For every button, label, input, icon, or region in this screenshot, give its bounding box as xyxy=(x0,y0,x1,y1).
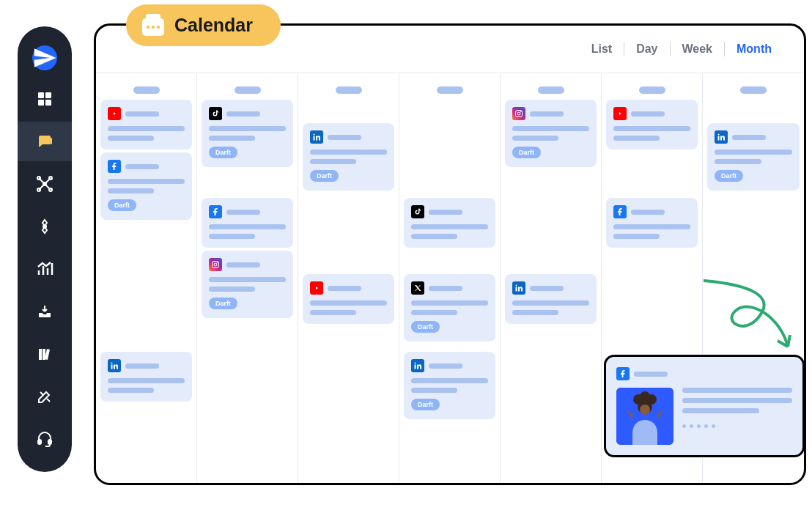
svg-point-20 xyxy=(214,263,217,266)
youtube-icon xyxy=(310,281,323,295)
page-title: Calendar xyxy=(174,15,253,36)
view-toggle: ListDayWeekMonth xyxy=(580,42,783,56)
svg-rect-29 xyxy=(516,287,517,292)
svg-rect-3 xyxy=(45,100,51,106)
draft-badge: Darft xyxy=(209,147,237,158)
day-header-placeholder xyxy=(336,86,362,94)
tiktok-icon xyxy=(209,107,222,120)
sidebar-item-conversations[interactable] xyxy=(18,122,72,161)
svg-point-18 xyxy=(111,363,113,364)
post-card[interactable] xyxy=(202,198,293,248)
draft-badge: Darft xyxy=(512,147,541,158)
post-card[interactable] xyxy=(606,100,698,150)
svg-point-38 xyxy=(640,391,650,402)
post-card[interactable] xyxy=(404,198,495,248)
sidebar-item-target[interactable] xyxy=(18,207,72,246)
draft-badge: Darft xyxy=(209,298,237,309)
svg-point-27 xyxy=(517,112,520,115)
calendar-column: Darft xyxy=(501,73,602,483)
day-header-placeholder xyxy=(538,86,564,94)
facebook-icon xyxy=(613,205,627,218)
instagram-icon xyxy=(209,258,222,271)
sidebar xyxy=(18,26,72,472)
svg-point-12 xyxy=(43,225,46,228)
draft-badge: Darft xyxy=(411,399,440,410)
post-card[interactable]: Darft xyxy=(404,274,495,342)
svg-rect-17 xyxy=(111,365,113,369)
svg-rect-13 xyxy=(39,349,42,360)
linkedin-icon xyxy=(310,130,323,144)
instagram-icon xyxy=(512,107,525,120)
svg-rect-1 xyxy=(45,92,51,98)
linkedin-icon xyxy=(411,359,424,372)
post-card[interactable]: Darft xyxy=(505,100,597,167)
svg-rect-22 xyxy=(314,136,315,141)
day-header-placeholder xyxy=(437,86,463,94)
draft-badge: Darft xyxy=(715,170,743,182)
facebook-icon xyxy=(616,367,630,380)
linkedin-icon xyxy=(512,281,525,295)
post-preview-popout[interactable] xyxy=(604,355,805,457)
svg-rect-31 xyxy=(718,136,720,141)
svg-rect-16 xyxy=(48,440,51,444)
sidebar-item-analytics[interactable] xyxy=(18,249,72,289)
draft-badge: Darft xyxy=(411,321,440,333)
post-card[interactable] xyxy=(606,198,698,248)
view-list[interactable]: List xyxy=(580,43,624,56)
svg-rect-24 xyxy=(415,365,416,369)
sidebar-item-network[interactable] xyxy=(18,164,72,204)
conversations-icon xyxy=(36,133,53,150)
library-icon xyxy=(36,345,53,363)
view-day[interactable]: Day xyxy=(624,43,669,56)
inbox-icon xyxy=(36,303,53,320)
nav-send-icon[interactable] xyxy=(32,45,57,70)
post-card[interactable]: Darft xyxy=(202,100,293,167)
calendar-column: Darft xyxy=(298,73,399,483)
post-card[interactable]: Darft xyxy=(100,152,192,220)
post-card[interactable]: Darft xyxy=(303,123,394,191)
svg-point-25 xyxy=(415,363,416,364)
sidebar-item-inbox[interactable] xyxy=(18,292,72,331)
svg-point-30 xyxy=(516,285,517,287)
post-card[interactable] xyxy=(505,274,597,324)
network-icon xyxy=(36,175,53,193)
day-header-placeholder xyxy=(235,86,261,94)
post-card[interactable] xyxy=(100,352,192,402)
svg-point-21 xyxy=(217,262,218,263)
svg-rect-6 xyxy=(51,138,52,144)
analytics-icon xyxy=(36,260,53,278)
svg-point-32 xyxy=(718,134,720,136)
svg-point-28 xyxy=(520,111,521,112)
target-icon xyxy=(36,218,53,235)
post-card[interactable] xyxy=(303,274,394,324)
calendar-column: DarftDarft xyxy=(197,73,298,483)
day-header-placeholder xyxy=(639,86,665,94)
svg-rect-15 xyxy=(38,440,41,444)
support-icon xyxy=(36,430,53,448)
post-card[interactable]: Darft xyxy=(404,352,495,419)
svg-point-35 xyxy=(640,405,650,415)
linkedin-icon xyxy=(715,130,728,144)
view-week[interactable]: Week xyxy=(671,43,725,56)
calendar-title-badge: Calendar xyxy=(126,4,281,46)
sidebar-item-library[interactable] xyxy=(18,334,72,374)
post-card[interactable]: Darft xyxy=(707,123,800,191)
tools-icon xyxy=(36,388,53,405)
post-card[interactable]: Darft xyxy=(202,251,293,318)
youtube-icon xyxy=(108,107,121,120)
x-icon xyxy=(411,281,424,295)
post-text-placeholder xyxy=(682,388,792,445)
sidebar-item-tools[interactable] xyxy=(18,377,72,416)
svg-rect-4 xyxy=(41,139,47,140)
linkedin-icon xyxy=(108,359,121,372)
calendar-icon xyxy=(142,15,164,36)
sidebar-item-dashboard[interactable] xyxy=(18,79,72,119)
svg-rect-2 xyxy=(38,100,44,106)
view-month[interactable]: Month xyxy=(725,43,783,56)
post-card[interactable] xyxy=(100,100,192,150)
svg-rect-0 xyxy=(38,92,44,98)
svg-point-23 xyxy=(314,134,315,136)
tiktok-icon xyxy=(411,205,424,218)
day-header-placeholder xyxy=(133,86,160,94)
sidebar-item-support[interactable] xyxy=(18,419,72,459)
